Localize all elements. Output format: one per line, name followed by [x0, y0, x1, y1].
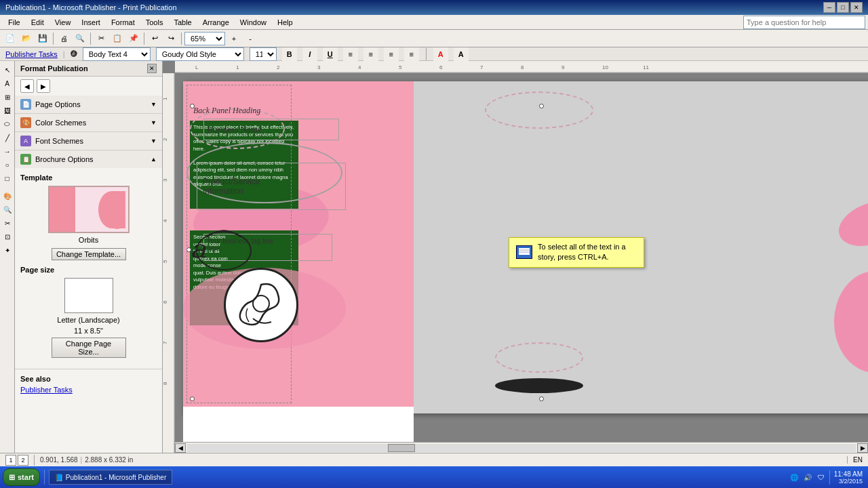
title-bar: Publication1 - Microsoft Publisher - Pri…: [0, 0, 868, 15]
menu-table[interactable]: Table: [168, 17, 197, 28]
publisher-tasks-see-also-link[interactable]: Publisher Tasks: [20, 386, 73, 394]
start-icon: ⊞: [9, 473, 15, 482]
redo-button[interactable]: ↪: [163, 32, 178, 45]
horizontal-scrollbar[interactable]: ◀ ▶: [175, 442, 868, 453]
text-tool[interactable]: A: [1, 77, 14, 89]
crop-tool[interactable]: ✂: [1, 217, 14, 229]
custom-shapes-tool[interactable]: ✦: [1, 244, 14, 256]
pink-curve-mid: [834, 271, 868, 373]
publisher-tasks-link[interactable]: Publisher Tasks: [5, 50, 58, 58]
italic-button[interactable]: I: [302, 47, 317, 61]
zoom-out-button[interactable]: -: [243, 32, 258, 45]
canvas-area[interactable]: L 1 2 3 4 5 6 7 8 9 10 11 1 2 3 4: [163, 61, 868, 453]
new-button[interactable]: 📄: [3, 32, 18, 45]
scroll-thumb[interactable]: [388, 444, 415, 452]
menu-insert[interactable]: Insert: [76, 17, 106, 28]
menu-edit[interactable]: Edit: [26, 17, 50, 28]
window-title: Publication1 - Microsoft Publisher - Pri…: [5, 3, 177, 12]
bold-button[interactable]: B: [282, 47, 297, 61]
menu-view[interactable]: View: [50, 17, 77, 28]
page-1-button[interactable]: 1: [5, 455, 16, 466]
line-tool[interactable]: ╱: [1, 131, 14, 144]
zoom-in-button[interactable]: +: [226, 32, 241, 45]
publication-canvas[interactable]: Back Panel Heading This is a good place …: [183, 81, 868, 413]
orbits-preview-inner: [50, 187, 128, 232]
picture-tool[interactable]: 🖼: [1, 104, 14, 117]
print-preview-button[interactable]: 🔍: [73, 32, 87, 45]
minimize-button[interactable]: ─: [823, 2, 835, 13]
panel-close-button[interactable]: ✕: [147, 64, 157, 73]
back-panel-heading[interactable]: Back Panel Heading: [193, 105, 414, 117]
icon-circle: [224, 268, 298, 342]
tooltip-icon: [516, 245, 532, 259]
connect-tool[interactable]: ⊞: [1, 91, 14, 103]
cut-button[interactable]: ✂: [94, 32, 108, 45]
font-schemes-header[interactable]: A Font Schemes ▼: [15, 132, 162, 150]
underline-button[interactable]: U: [323, 47, 338, 61]
copy-button[interactable]: 📋: [110, 32, 125, 45]
scroll-left-button[interactable]: ◀: [175, 443, 186, 453]
open-button[interactable]: 📂: [19, 32, 34, 45]
help-search[interactable]: [743, 16, 865, 29]
font-schemes-section: A Font Schemes ▼: [15, 132, 162, 150]
panel-back-button[interactable]: ◀: [20, 79, 34, 93]
change-page-size-button[interactable]: Change Page Size...: [52, 338, 126, 358]
menu-format[interactable]: Format: [106, 17, 140, 28]
style-select[interactable]: Body Text 4: [83, 47, 151, 61]
zoom-tool[interactable]: 🔍: [1, 203, 14, 216]
business-name-box[interactable]: Business Name: [203, 119, 339, 140]
zoom-select[interactable]: 65%: [184, 32, 225, 45]
menu-file[interactable]: File: [3, 17, 26, 28]
main-area: ↖ A ⊞ 🖼 ⬭ ╱ → ○ □ 🎨 🔍 ✂ ⊡ ✦ Format Publi…: [0, 61, 868, 453]
separator: [53, 33, 54, 45]
page-2-button[interactable]: 2: [18, 455, 28, 466]
fill-tool[interactable]: 🎨: [1, 190, 14, 202]
start-button[interactable]: ⊞ start: [3, 468, 40, 486]
change-template-button[interactable]: Change Template...: [52, 248, 126, 260]
svg-text:7: 7: [163, 341, 168, 344]
arrow-tool[interactable]: →: [1, 145, 14, 157]
page-options-header[interactable]: 📄 Page Options ▼: [15, 96, 162, 113]
status-sep1: |: [81, 456, 83, 464]
panel-title: Format Publication: [20, 64, 88, 73]
taskbar-publisher-item[interactable]: 📘 Publication1 - Microsoft Publisher: [49, 470, 172, 485]
rect-tool[interactable]: □: [1, 172, 14, 184]
undo-button[interactable]: ↩: [147, 32, 162, 45]
align-left-button[interactable]: ≡: [343, 47, 358, 61]
page-dimensions: 11 x 8.5": [20, 327, 157, 335]
shapes-tool[interactable]: ⬭: [1, 118, 14, 130]
menu-arrange[interactable]: Arrange: [197, 17, 235, 28]
page-navigation: 1 2: [0, 455, 35, 466]
align-right-button[interactable]: ≡: [384, 47, 399, 61]
orbits-content: [75, 187, 128, 232]
wrap-tool[interactable]: ⊡: [1, 230, 14, 243]
menu-tools[interactable]: Tools: [140, 17, 169, 28]
align-center-button[interactable]: ≡: [363, 47, 378, 61]
panel-forward-button[interactable]: ▶: [37, 79, 50, 93]
decorative-icon-svg: [234, 278, 288, 332]
svg-text:4: 4: [358, 64, 361, 70]
menu-window[interactable]: Window: [235, 17, 272, 28]
paste-button[interactable]: 📌: [126, 32, 141, 45]
restore-button[interactable]: □: [837, 2, 849, 13]
product-service-box[interactable]: Product/Service Information: [197, 163, 346, 210]
taskbar-sep: [44, 470, 45, 485]
language-indicator: EN: [847, 456, 868, 464]
menu-help[interactable]: Help: [272, 17, 298, 28]
brochure-options-header[interactable]: 📋 Brochure Options ▲: [15, 150, 162, 168]
select-tool[interactable]: ↖: [1, 64, 14, 76]
color-schemes-header[interactable]: 🎨 Color Schemes ▼: [15, 114, 162, 131]
svg-text:8: 8: [521, 64, 524, 70]
font-face-select[interactable]: Goudy Old Style: [156, 47, 244, 61]
print-button[interactable]: 🖨: [56, 32, 71, 45]
oval-tool[interactable]: ○: [1, 159, 14, 171]
close-button[interactable]: ✕: [850, 2, 863, 13]
text-color-button[interactable]: A: [433, 47, 448, 61]
window-controls: ─ □ ✕: [823, 2, 863, 13]
font-size-select[interactable]: 11: [250, 47, 277, 61]
font-color-button[interactable]: A: [454, 47, 469, 61]
save-button[interactable]: 💾: [35, 32, 50, 45]
svg-point-24: [253, 296, 269, 312]
align-justify-button[interactable]: ≡: [404, 47, 419, 61]
scroll-right-button[interactable]: ▶: [857, 443, 868, 453]
